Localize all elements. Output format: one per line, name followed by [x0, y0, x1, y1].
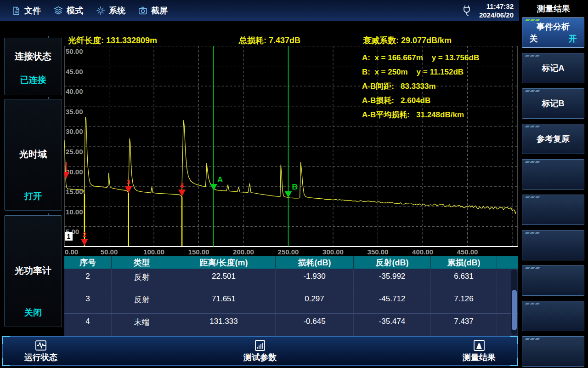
- event-arrow-icon: [178, 190, 186, 196]
- softkey-label: 参考复原: [537, 134, 570, 144]
- measure-results-icon: [473, 339, 486, 351]
- menu-item-screenshot[interactable]: 截屏: [138, 5, 168, 16]
- menu-item-mode[interactable]: 模式: [54, 5, 83, 16]
- marker-b-label: B: [292, 183, 298, 191]
- menu-item-file[interactable]: 文件: [12, 5, 41, 16]
- summary-total-loss: 总损耗: 7.437dB: [239, 35, 300, 46]
- table-cell: 2: [64, 269, 112, 291]
- table-cell: -1.930: [276, 269, 354, 291]
- softkey-marker-a[interactable]: 标记A: [522, 53, 584, 83]
- button-corner-stripes-icon: [526, 303, 539, 305]
- x-axis-tick-label: 250.00: [278, 248, 299, 256]
- mode-icon: [54, 6, 63, 15]
- softkey-label: 标记B: [542, 98, 565, 109]
- annotation-line: A-B损耗: 2.604dB: [362, 93, 479, 108]
- x-axis-tick-label: 200.00: [233, 248, 254, 256]
- table-cell: -45.712: [354, 291, 431, 313]
- menu-item-label: 截屏: [151, 5, 168, 16]
- panel-power-meter[interactable]: 光功率计关闭: [4, 215, 62, 327]
- right-control-panel: 测量结果 事件分析关开标记A标记B参考复原: [519, 0, 588, 368]
- panel-status: 关闭: [5, 307, 62, 319]
- table-cell: 末端: [112, 314, 172, 336]
- softkey-marker-b[interactable]: 标记B: [522, 88, 584, 119]
- event-number: 3: [127, 178, 130, 186]
- table-cell: 6.631: [431, 269, 497, 291]
- table-cell: 7.437: [431, 314, 497, 336]
- table-row[interactable]: 3反射71.6510.297-45.7127.126: [64, 291, 518, 314]
- button-corner-stripes-icon: [526, 90, 539, 92]
- menu-item-system[interactable]: 系统: [96, 5, 125, 16]
- softkey-label: 标记A: [542, 63, 565, 73]
- corner-accent: [510, 336, 518, 344]
- summary-fiber-length: 光纤长度: 131.332809m: [68, 35, 157, 46]
- softkey-blank-3[interactable]: [522, 230, 584, 260]
- softkey-blank-1[interactable]: [522, 159, 584, 190]
- event-number: 4: [180, 181, 184, 189]
- softkey-label: 事件分析: [537, 22, 570, 32]
- bottom-tab-label: 测量结果: [463, 352, 496, 363]
- trace-number-text: 1: [67, 233, 71, 240]
- event-arrow-icon: [81, 239, 88, 246]
- bottom-tab-run-status[interactable]: 运行状态: [6, 339, 75, 363]
- y-axis-tick-label: 35.00: [66, 108, 83, 115]
- table-cell: 反射: [112, 291, 172, 313]
- otdr-chart[interactable]: 5.0010.0015.0020.0025.0030.0035.0040.004…: [64, 46, 518, 257]
- table-scrollbar[interactable]: [511, 270, 517, 335]
- bottom-tab-test-params[interactable]: 测试参数: [226, 339, 294, 363]
- file-icon: [12, 6, 21, 15]
- column-header: 序号: [64, 256, 112, 269]
- event-number: 2: [83, 230, 86, 238]
- clock: 11:47:32 2024/06/20: [479, 2, 514, 19]
- main-menu: 文件模式系统截屏: [12, 5, 168, 16]
- run-status-icon: [34, 339, 48, 351]
- column-header: 损耗(dB): [276, 256, 354, 269]
- corner-accent: [2, 358, 10, 366]
- trace-summary-row: 光纤长度: 131.332809m总损耗: 7.437dB衰减系数: 29.07…: [64, 35, 518, 46]
- menu-item-label: 文件: [24, 5, 41, 16]
- otdr-trace-line: [64, 117, 516, 213]
- top-menu-bar: 文件模式系统截屏 11:47:32 2024/06/20: [0, 0, 519, 21]
- marker-a-label: A: [217, 175, 223, 184]
- column-header: 距离/长度(m): [172, 256, 276, 269]
- panel-status: 已连接: [5, 74, 62, 86]
- annotation-line: A-B间距: 83.3333m: [362, 79, 479, 93]
- bottom-nav-bar: 运行状态测试参数测量结果: [2, 336, 518, 366]
- column-header: 反射(dB): [354, 256, 431, 269]
- y-axis-tick-label: 25.00: [66, 148, 83, 155]
- table-row[interactable]: 4末端131.333-0.645-35.4747.437: [64, 314, 518, 336]
- toggle-off[interactable]: 关: [529, 33, 537, 44]
- panel-otdr[interactable]: 光时域打开: [4, 99, 62, 211]
- table-scrollbar-thumb[interactable]: [512, 290, 517, 330]
- softkey-blank-6[interactable]: [522, 336, 584, 367]
- topbar-status-area: 11:47:32 2024/06/20: [462, 2, 514, 19]
- softkey-blank-4[interactable]: [522, 265, 584, 296]
- table-row[interactable]: 2反射22.501-1.930-35.9926.631: [64, 269, 518, 291]
- x-axis-tick-label: 450.00: [457, 248, 478, 256]
- bottom-tab-label: 测试参数: [243, 352, 277, 363]
- corner-accent: [2, 336, 10, 344]
- panel-status: 打开: [5, 190, 62, 202]
- summary-attenuation: 衰减系数: 29.077dB/km: [363, 35, 452, 46]
- toggle-on[interactable]: 开: [569, 33, 577, 44]
- button-corner-stripes-icon: [526, 161, 539, 163]
- bottom-tab-measure-results[interactable]: 测量结果: [445, 339, 514, 363]
- panel-connection[interactable]: 连接状态已连接: [4, 38, 62, 95]
- softkey-blank-5[interactable]: [522, 301, 584, 331]
- corner-accent: [510, 358, 518, 366]
- right-panel-title: 测量结果: [519, 3, 588, 15]
- softkey-blank-2[interactable]: [522, 195, 584, 225]
- softkey-reference-restore[interactable]: 参考复原: [522, 124, 584, 154]
- y-axis-tick-label: 40.00: [66, 87, 83, 95]
- x-axis-tick-label: 0.00: [65, 248, 78, 256]
- annotation-line: B: x = 250m y = 11.152dB: [362, 65, 479, 79]
- date-text: 2024/06/20: [479, 11, 514, 19]
- event-arrow-icon: [125, 186, 132, 193]
- power-plug-icon: [462, 5, 472, 17]
- softkey-event-analysis[interactable]: 事件分析关开: [522, 17, 584, 48]
- table-cell: 22.501: [172, 269, 276, 291]
- column-header: 累损(dB): [431, 256, 497, 269]
- table-cell: 3: [64, 291, 112, 313]
- event-table-body: 2反射22.501-1.930-35.9926.6313反射71.6510.29…: [64, 269, 518, 336]
- system-icon: [96, 6, 105, 15]
- annotation-line: A-B平均损耗: 31.248dB/km: [362, 108, 479, 122]
